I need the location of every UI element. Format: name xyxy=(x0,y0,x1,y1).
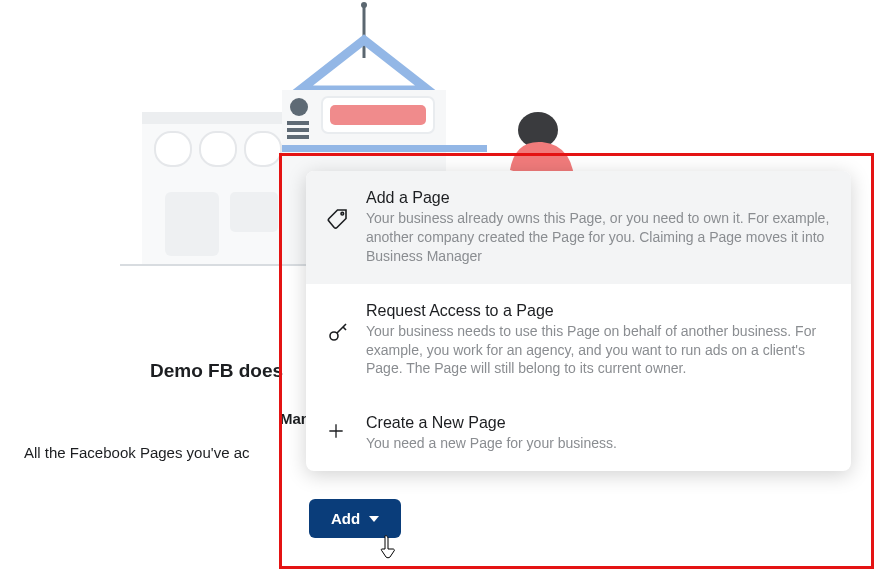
page-description: All the Facebook Pages you've ac xyxy=(24,444,250,461)
svg-rect-6 xyxy=(287,128,309,132)
svg-rect-13 xyxy=(155,132,191,166)
svg-rect-15 xyxy=(245,132,281,166)
svg-rect-12 xyxy=(142,112,282,124)
svg-rect-10 xyxy=(282,145,487,152)
svg-line-23 xyxy=(343,327,346,330)
key-icon xyxy=(326,320,350,344)
caret-down-icon xyxy=(369,516,379,522)
tag-icon xyxy=(326,207,350,231)
dropdown-item-desc: Your business needs to use this Page on … xyxy=(366,322,831,379)
dropdown-item-request-access[interactable]: Request Access to a Page Your business n… xyxy=(306,284,851,397)
svg-point-1 xyxy=(361,2,367,8)
page-heading: Demo FB does xyxy=(150,360,283,382)
dropdown-item-desc: Your business already owns this Page, or… xyxy=(366,209,831,266)
svg-rect-7 xyxy=(287,135,309,139)
svg-point-4 xyxy=(290,98,308,116)
dropdown-item-desc: You need a new Page for your business. xyxy=(366,434,831,453)
svg-rect-17 xyxy=(230,192,278,232)
add-button-label: Add xyxy=(331,510,360,527)
svg-point-21 xyxy=(330,332,338,340)
add-button[interactable]: Add xyxy=(309,499,401,538)
svg-rect-14 xyxy=(200,132,236,166)
plus-icon xyxy=(326,421,350,445)
add-dropdown-menu: Add a Page Your business already owns th… xyxy=(306,171,851,471)
dropdown-item-title: Request Access to a Page xyxy=(366,302,831,320)
cursor-pointer-icon xyxy=(377,535,399,561)
svg-rect-16 xyxy=(165,192,219,256)
dropdown-item-add-page[interactable]: Add a Page Your business already owns th… xyxy=(306,171,851,284)
dropdown-item-create-page[interactable]: Create a New Page You need a new Page fo… xyxy=(306,396,851,471)
svg-rect-9 xyxy=(330,105,426,125)
svg-point-20 xyxy=(341,212,344,215)
dropdown-item-title: Create a New Page xyxy=(366,414,831,432)
svg-rect-5 xyxy=(287,121,309,125)
dropdown-item-title: Add a Page xyxy=(366,189,831,207)
